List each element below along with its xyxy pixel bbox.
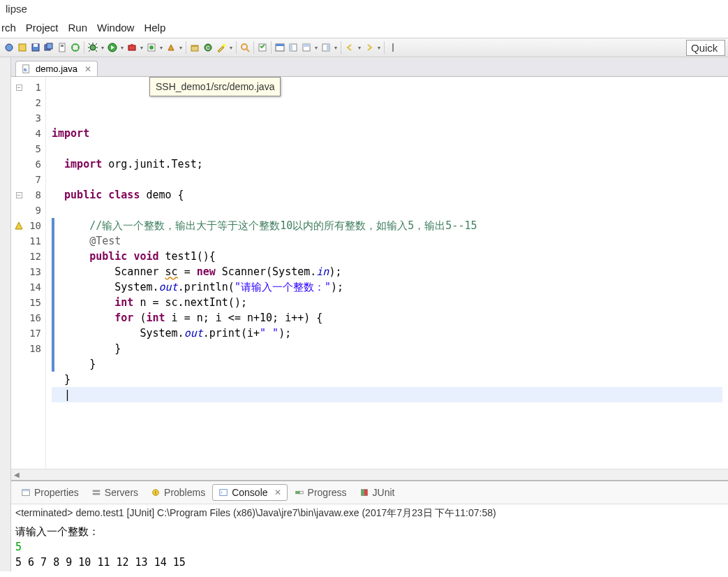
toolbar-ext3-icon[interactable]	[165, 41, 177, 54]
svg-rect-42	[361, 490, 364, 496]
toolbar-extrun-icon[interactable]	[126, 41, 138, 54]
toolbar-dropdown-icon[interactable]: ▾	[313, 41, 319, 54]
code-line-14[interactable]: System.out.print(i+" ");	[52, 326, 722, 341]
toolbar-dropdown-icon[interactable]: ▾	[376, 41, 382, 54]
code-line-6[interactable]	[52, 203, 722, 218]
toolbar-dropdown-icon[interactable]: ▾	[357, 41, 362, 54]
tab-properties[interactable]: Properties	[15, 485, 84, 500]
toolbar-build-icon[interactable]	[69, 41, 82, 54]
svg-rect-38	[220, 490, 228, 496]
toolbar-dropdown-icon[interactable]: ▾	[139, 41, 144, 54]
menu-run[interactable]: Run	[68, 22, 88, 34]
toolbar-dropdown-icon[interactable]: ▾	[100, 41, 105, 54]
toolbar-pane3-icon[interactable]	[320, 41, 332, 54]
tab-problems[interactable]: !Problems	[145, 485, 211, 500]
toolbar-saveall-icon[interactable]	[43, 41, 55, 54]
menu-project[interactable]: Project	[26, 22, 59, 34]
toolbar-fwd-icon[interactable]	[363, 41, 376, 54]
console-header: <terminated> demo.test1 [JUnit] C:\Progr…	[11, 504, 728, 523]
svg-rect-40	[295, 491, 299, 494]
code-line-7[interactable]: //输入一个整数，输出大于等于这个整数10以内的所有整数，如输入5，输出5--1…	[52, 218, 722, 233]
tab-servers[interactable]: Servers	[86, 485, 144, 500]
toolbar-extrun2-icon[interactable]	[145, 41, 158, 54]
toolbar-run-icon[interactable]	[106, 41, 119, 54]
svg-rect-6	[59, 43, 65, 52]
toolbar-dropdown-icon[interactable]: ▾	[158, 41, 164, 54]
editor-tab-demo-java[interactable]: demo.java ✕	[15, 61, 98, 76]
servers-icon	[91, 488, 101, 497]
code-line-3[interactable]: import org.junit.Test;	[52, 156, 722, 172]
java-file-icon	[22, 64, 31, 74]
toolbar-separator	[341, 41, 341, 54]
code-line-4[interactable]	[52, 172, 722, 187]
svg-rect-15	[191, 45, 198, 47]
toolbar-dropdown-icon[interactable]: ▾	[333, 41, 339, 54]
toolbar-tasks-icon[interactable]	[256, 41, 269, 54]
menu-rch[interactable]: rch	[1, 22, 16, 34]
toolbar-pane-icon[interactable]	[287, 41, 299, 54]
code-line-13[interactable]: for (int i = n; i <= n+10; i++) {	[52, 310, 722, 326]
toolbar-newpkg-icon[interactable]	[188, 41, 201, 54]
close-tab-icon[interactable]: ✕	[274, 488, 281, 497]
svg-rect-3	[34, 44, 38, 47]
code-line-11[interactable]: System.out.println("请输入一个整数：");	[52, 279, 722, 295]
code-line-2[interactable]	[52, 141, 722, 156]
toolbar-search-icon[interactable]	[239, 41, 251, 54]
toolbar-save-icon[interactable]	[29, 41, 42, 54]
line-gutter: −− 123456789101112131415161718	[11, 77, 46, 469]
junit-icon	[359, 488, 369, 497]
svg-rect-43	[364, 490, 367, 496]
menu-help[interactable]: Help	[144, 22, 165, 34]
svg-point-13	[149, 45, 154, 50]
console-line: 请输入一个整数：	[15, 524, 724, 539]
code-line-10[interactable]: Scanner sc = new Scanner(System.in);	[52, 264, 722, 279]
editor-hscrollbar[interactable]: ◀	[11, 469, 728, 480]
toolbar-dropdown-icon[interactable]: ▾	[119, 41, 125, 54]
code-editor[interactable]: −− 123456789101112131415161718 SSH_demo1…	[11, 77, 728, 469]
toolbar-separator	[384, 41, 385, 54]
tab-console[interactable]: Console✕	[212, 484, 287, 501]
toolbar-newcls-icon[interactable]: C	[202, 41, 214, 54]
toolbar-debug-icon[interactable]	[87, 41, 99, 54]
editor-tabs: demo.java ✕	[11, 57, 728, 77]
scroll-left-icon[interactable]: ◀	[14, 471, 20, 479]
props-icon	[21, 488, 31, 497]
code-line-5[interactable]: public class demo {	[52, 187, 722, 203]
code-line-18[interactable]: |	[52, 387, 722, 402]
toolbar-pin-icon[interactable]	[56, 41, 68, 54]
file-path-tooltip: SSH_demo1/src/demo.java	[149, 77, 281, 96]
svg-text:!: !	[155, 490, 156, 495]
code-line-8[interactable]: @Test	[52, 233, 722, 249]
toolbar-breakpoint-icon[interactable]	[3, 41, 15, 54]
close-tab-icon[interactable]: ✕	[84, 64, 91, 74]
code-line-12[interactable]: int n = sc.nextInt();	[52, 295, 722, 310]
toolbar-pane2-icon[interactable]	[300, 41, 313, 54]
code-line-16[interactable]: }	[52, 356, 722, 372]
code-line-9[interactable]: public void test1(){	[52, 249, 722, 264]
code-line-1[interactable]: import	[52, 126, 722, 141]
toolbar-bar-icon[interactable]	[387, 41, 399, 54]
toolbar-back-icon[interactable]	[343, 41, 356, 54]
tab-progress[interactable]: Progress	[289, 485, 352, 500]
svg-rect-26	[303, 44, 310, 47]
svg-rect-24	[290, 44, 292, 51]
code-line-15[interactable]: }	[52, 341, 722, 356]
toolbar-wizard-icon[interactable]	[215, 41, 228, 54]
svg-rect-1	[19, 44, 26, 51]
tab-junit[interactable]: JUnit	[354, 485, 401, 500]
window-title: lipse	[0, 0, 728, 17]
svg-point-19	[242, 44, 247, 50]
menu-window[interactable]: Window	[97, 22, 134, 34]
progress-icon	[295, 488, 304, 497]
toolbar-dropdown-icon[interactable]: ▾	[178, 41, 184, 54]
svg-point-18	[223, 44, 225, 47]
quick-access-input[interactable]: Quick	[686, 40, 725, 56]
toolbar-dropdown-icon[interactable]: ▾	[228, 41, 234, 54]
console-output[interactable]: 请输入一个整数：55 6 7 8 9 10 11 12 13 14 15	[11, 523, 728, 571]
console-line: 5 6 7 8 9 10 11 12 13 14 15	[15, 555, 724, 570]
code-line-17[interactable]: }	[52, 372, 722, 387]
toolbar-paint-icon[interactable]	[16, 41, 29, 54]
svg-point-0	[6, 44, 13, 51]
toolbar-window-icon[interactable]	[274, 41, 286, 54]
code-area[interactable]: SSH_demo1/src/demo.java import import or…	[46, 77, 728, 469]
